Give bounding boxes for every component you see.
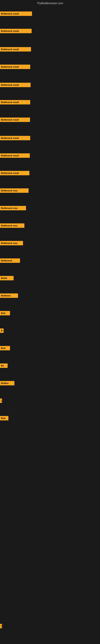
bottleneck-bar-11: Bottleneck resu bbox=[0, 188, 29, 193]
bottleneck-bar-8: Bottleneck result bbox=[0, 136, 30, 140]
bottleneck-bar-16: Bottle bbox=[0, 276, 14, 280]
bottleneck-bar-24: Bott bbox=[0, 416, 8, 420]
bottleneck-bar-22: Bottlen bbox=[0, 381, 14, 386]
bottleneck-bar-20: Bott bbox=[0, 346, 10, 350]
bottleneck-bar-18: Bott bbox=[0, 311, 10, 315]
bottleneck-bar-7: Bottleneck result bbox=[0, 118, 30, 122]
bottleneck-bar-6: Bottleneck result bbox=[0, 100, 30, 104]
bottleneck-bar-1: Bottleneck result bbox=[0, 12, 32, 16]
bottleneck-bar-5: Bottleneck result bbox=[0, 83, 31, 87]
bottleneck-bar-4: Bottleneck result bbox=[0, 64, 30, 69]
bottleneck-bar-10: Bottleneck result bbox=[0, 171, 29, 175]
bottleneck-bar-12: Bottleneck resu bbox=[0, 206, 26, 210]
bottleneck-bar-23: | bbox=[0, 398, 2, 403]
bottleneck-bar-15: Bottleneck bbox=[0, 258, 20, 263]
bottleneck-bar-21: Bo bbox=[0, 364, 8, 368]
bottleneck-bar-2: Bottleneck result bbox=[0, 29, 32, 33]
bottleneck-bar-9: Bottleneck result bbox=[0, 153, 30, 158]
bottleneck-bar-28: | bbox=[0, 624, 2, 628]
bottleneck-bar-17: Bottlenec bbox=[0, 294, 18, 298]
bottleneck-bar-3: Bottleneck result bbox=[0, 47, 31, 52]
bottleneck-bar-14: Bottleneck resu bbox=[0, 241, 23, 245]
site-title: TheBottlenecker.com bbox=[0, 0, 100, 6]
bottleneck-bar-19: B bbox=[0, 328, 3, 333]
bottleneck-bar-13: Bottleneck resu bbox=[0, 224, 24, 228]
